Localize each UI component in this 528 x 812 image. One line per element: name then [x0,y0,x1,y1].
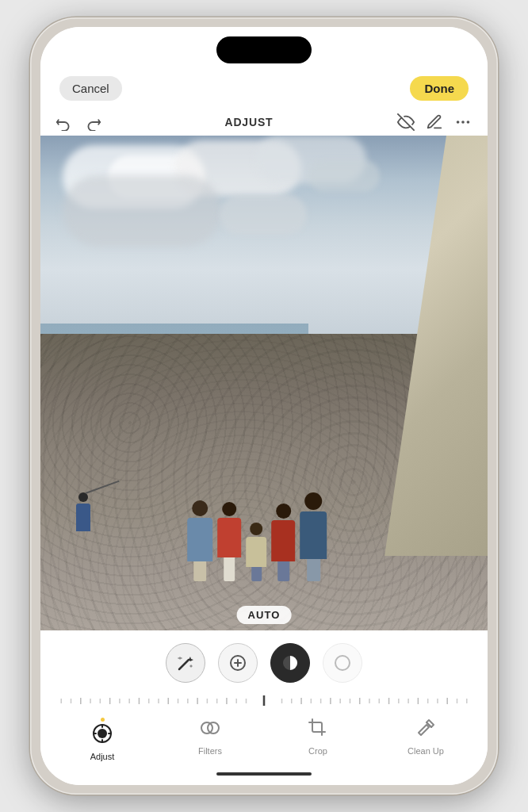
p4-head [276,504,291,519]
tab-adjust[interactable]: Adjust [78,718,126,761]
undo-icon [56,113,74,131]
cloud-6 [220,195,307,235]
plus-circle-icon [228,653,247,672]
svg-point-1 [457,121,460,124]
toolbar: ADJUST [40,109,488,136]
svg-point-12 [335,656,350,670]
person-5 [300,492,327,581]
p4-body [271,520,295,561]
person-2 [217,502,241,581]
phone-screen: Cancel Done ADJUST [40,27,488,785]
toolbar-right [397,113,472,131]
home-indicator [40,766,488,785]
eye-slash-button[interactable] [397,113,415,131]
cloud-4 [63,175,221,247]
photo-area: AUTO [40,136,488,630]
p2-legs [224,557,235,581]
crop-icon [308,718,328,743]
p3-legs [251,567,262,581]
p1-legs [193,561,206,581]
dynamic-island [216,36,312,63]
draw-icon [426,113,443,131]
filters-label: Filters [198,746,222,756]
svg-point-2 [461,121,465,124]
selfie-head [78,492,88,502]
extra-tool-icon [333,653,352,672]
cancel-button[interactable]: Cancel [59,76,122,101]
cloud-7 [308,160,380,192]
p2-head [222,502,236,516]
more-button[interactable] [454,113,472,131]
slider-ticks [53,695,475,706]
adjust-svg [92,723,113,744]
redo-button[interactable] [83,113,101,131]
svg-point-55 [98,729,107,738]
cleanup-svg [415,718,436,738]
tone-icon [281,653,300,672]
p2-body [217,518,241,557]
ellipsis-icon [454,113,472,131]
filters-icon [200,718,220,743]
p5-head [304,492,322,510]
cleanup-icon [415,718,436,743]
done-button[interactable]: Done [410,76,469,101]
bottom-tabs: Adjust Filters [40,711,488,766]
home-bar [216,772,312,776]
p3-body [246,537,266,567]
tab-filters[interactable]: Filters [186,718,234,761]
toolbar-left [56,113,101,131]
photo-scene: AUTO [40,136,488,630]
p1-body [187,518,212,561]
slider-track[interactable] [53,692,475,708]
tone-button[interactable] [270,643,310,683]
adjust-label: Adjust [90,752,115,761]
toolbar-title: ADJUST [224,116,273,128]
p4-legs [277,561,289,581]
crop-svg [308,718,328,738]
selfie-body [76,504,90,531]
svg-point-3 [467,121,470,124]
person-selfie [76,492,90,531]
person-3 [246,523,266,581]
magic-wand-icon [176,653,195,672]
people-group [187,492,327,581]
p1-head [192,500,208,516]
p5-legs [307,559,320,581]
bottom-controls: Adjust Filters [40,630,488,785]
draw-button[interactable] [426,113,443,131]
ticks-svg [53,692,475,708]
tab-cleanup[interactable]: Clean Up [402,718,450,761]
adjust-active-dot [101,718,105,722]
svg-line-4 [179,660,189,669]
auto-badge: AUTO [237,606,292,624]
redo-icon [83,113,101,131]
person-1 [187,500,212,581]
add-button[interactable] [218,643,258,683]
phone-frame: Cancel Done ADJUST [30,17,498,795]
undo-button[interactable] [56,113,74,131]
tool-icons-row [40,640,488,689]
magic-wand-button[interactable] [166,643,205,683]
cleanup-label: Clean Up [407,746,444,756]
extra-tool-button[interactable] [323,643,362,683]
p5-body [300,511,327,559]
crop-label: Crop [308,746,327,756]
person-4 [271,504,295,581]
p3-head [250,523,262,535]
filters-svg [200,718,220,738]
eye-slash-icon [397,113,415,131]
adjust-icon [92,723,113,749]
tab-crop[interactable]: Crop [294,718,342,761]
